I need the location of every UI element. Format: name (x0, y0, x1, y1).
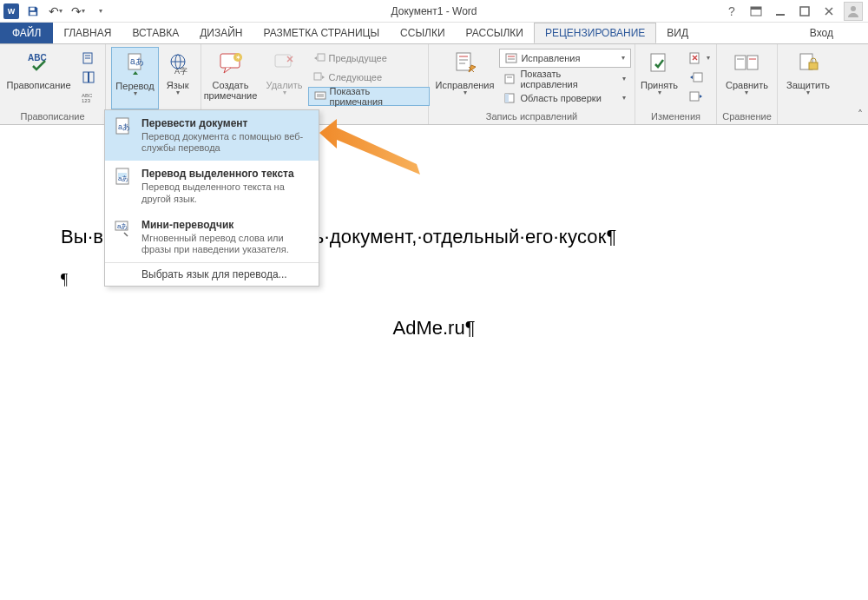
redo-icon[interactable]: ↷▾ (69, 3, 87, 20)
group-compare-label: Сравнение (722, 110, 772, 124)
delete-dropdown-arrow: ▾ (283, 90, 286, 96)
display-for-review-arrow: ▾ (621, 56, 625, 61)
track-changes-button[interactable]: Исправления ▾ (432, 47, 498, 109)
translate-document-icon: aあ (114, 117, 133, 136)
show-markup-icon (504, 74, 516, 84)
translate-icon: aあ (123, 49, 148, 79)
previous-comment-button[interactable]: Предыдущее (308, 49, 430, 68)
new-comment-label: Создать примечание (204, 80, 258, 101)
spelling-button[interactable]: ABC Правописание (3, 47, 74, 109)
tab-home[interactable]: ГЛАВНАЯ (53, 23, 122, 43)
mini-translator-desc: Мгновенный перевод слова или фразы при н… (141, 233, 310, 255)
next-change-icon[interactable] (684, 87, 715, 106)
delete-comment-button[interactable]: Удалить ▾ (263, 47, 306, 109)
accept-button[interactable]: Принять ▾ (637, 47, 682, 109)
protect-button[interactable]: Защитить ▾ (783, 47, 833, 109)
translate-button[interactable]: aあ Перевод ▾ (111, 47, 158, 109)
svg-point-6 (851, 6, 856, 11)
translate-dropdown-arrow: ▾ (134, 91, 137, 96)
svg-rect-0 (30, 7, 35, 10)
next-comment-button[interactable]: Следующее (308, 68, 430, 87)
svg-rect-46 (747, 56, 758, 69)
collapse-ribbon-icon[interactable]: ˄ (858, 109, 863, 121)
svg-rect-30 (457, 53, 470, 70)
define-icon[interactable] (76, 49, 102, 68)
delete-comment-icon (273, 49, 296, 78)
spelling-label: Правописание (6, 80, 70, 90)
tab-references[interactable]: ССЫЛКИ (390, 23, 455, 43)
comments-nav: Предыдущее Следующее Показать примечания (308, 47, 430, 106)
window-title: Документ1 - Word (391, 5, 477, 17)
previous-change-icon[interactable] (684, 68, 715, 87)
changes-small: ▾ (684, 47, 715, 106)
group-protect: Защитить ▾ (778, 44, 838, 124)
quick-access-toolbar: W ↶▾ ↷▾ ▾ (0, 3, 109, 20)
svg-text:aあ: aあ (117, 222, 128, 230)
maximize-icon[interactable] (795, 3, 814, 20)
ribbon-tab-bar: ФАЙЛ ГЛАВНАЯ ВСТАВКА ДИЗАЙН РАЗМЕТКА СТР… (0, 23, 868, 43)
tab-insert[interactable]: ВСТАВКА (122, 23, 189, 43)
language-icon: A字 (166, 49, 190, 78)
group-changes: Принять ▾ ▾ Изменения (635, 44, 717, 124)
translate-document-item[interactable]: aあ Перевести документ Перевод документа … (105, 110, 319, 161)
svg-text:123: 123 (82, 98, 91, 102)
show-markup-button[interactable]: Показать исправления ▾ (499, 69, 631, 89)
reviewing-pane-icon (504, 93, 516, 103)
translate-document-title: Перевести документ (141, 117, 310, 129)
reviewing-pane-button[interactable]: Область проверки ▾ (499, 89, 631, 108)
minimize-icon[interactable] (771, 3, 790, 20)
reviewing-pane-arrow: ▾ (622, 96, 626, 101)
language-dropdown-arrow: ▾ (176, 90, 180, 96)
tab-page-layout[interactable]: РАЗМЕТКА СТРАНИЦЫ (253, 23, 391, 43)
reject-icon[interactable]: ▾ (684, 49, 715, 68)
svg-rect-40 (505, 94, 509, 102)
translate-dropdown-menu: aあ Перевести документ Перевод документа … (104, 109, 319, 287)
svg-rect-50 (809, 63, 818, 69)
tab-mailings[interactable]: РАССЫЛКИ (456, 23, 534, 43)
svg-text:✶: ✶ (235, 54, 241, 62)
tab-view[interactable]: ВИД (656, 23, 699, 43)
svg-text:A字: A字 (174, 67, 187, 76)
next-label: Следующее (329, 72, 383, 82)
svg-rect-3 (751, 7, 761, 10)
customize-qab-icon[interactable]: ▾ (92, 3, 109, 20)
user-avatar[interactable] (844, 2, 863, 21)
tab-design[interactable]: ДИЗАЙН (189, 23, 253, 43)
word-count-icon[interactable]: ABC123 (76, 87, 102, 106)
window-controls: ? (722, 2, 868, 21)
display-for-review-label: Исправления (521, 53, 580, 63)
thesaurus-icon[interactable] (76, 68, 102, 87)
compare-button[interactable]: Сравнить ▾ (722, 47, 772, 109)
undo-icon[interactable]: ↶▾ (47, 3, 64, 20)
svg-rect-45 (735, 56, 746, 69)
group-tracking: Исправления ▾ Исправления ▾ (429, 44, 635, 124)
show-markup-label: Показать исправления (520, 69, 619, 89)
help-icon[interactable]: ? (722, 3, 741, 20)
tab-file[interactable]: ФАЙЛ (0, 23, 53, 43)
svg-text:aあ: aあ (130, 56, 144, 66)
svg-rect-26 (314, 73, 321, 80)
translate-selection-title: Перевод выделенного текста (141, 168, 310, 180)
tab-review[interactable]: РЕЦЕНЗИРОВАНИЕ (534, 23, 656, 43)
svg-rect-4 (776, 14, 785, 16)
mini-translator-item[interactable]: aあ Мини-переводчик Мгновенный перевод сл… (105, 212, 319, 262)
track-changes-icon (453, 49, 477, 78)
doc-text-suffix: ь·документ,·отдельный·его·кусок¶ (314, 226, 617, 247)
display-for-review-dropdown[interactable]: Исправления ▾ (499, 49, 631, 68)
choose-translation-language-item[interactable]: Выбрать язык для перевода... (105, 263, 319, 286)
new-comment-button[interactable]: ✶ Создать примечание (201, 47, 261, 109)
translate-selection-item[interactable]: aあ Перевод выделенного текста Перевод вы… (105, 161, 319, 211)
previous-icon (313, 53, 326, 63)
ribbon-display-options-icon[interactable] (746, 3, 766, 20)
svg-rect-27 (315, 92, 326, 99)
svg-rect-1 (30, 11, 36, 15)
save-icon[interactable] (24, 3, 42, 20)
svg-rect-25 (318, 54, 325, 61)
mini-translator-icon: aあ (114, 219, 133, 238)
close-icon[interactable] (819, 3, 838, 20)
show-comments-button[interactable]: Показать примечания (308, 87, 430, 106)
language-button[interactable]: A字 Язык ▾ (161, 47, 195, 109)
svg-rect-5 (800, 7, 809, 16)
sign-in-link[interactable]: Вход (810, 23, 868, 43)
track-changes-dropdown-arrow: ▾ (464, 90, 467, 96)
